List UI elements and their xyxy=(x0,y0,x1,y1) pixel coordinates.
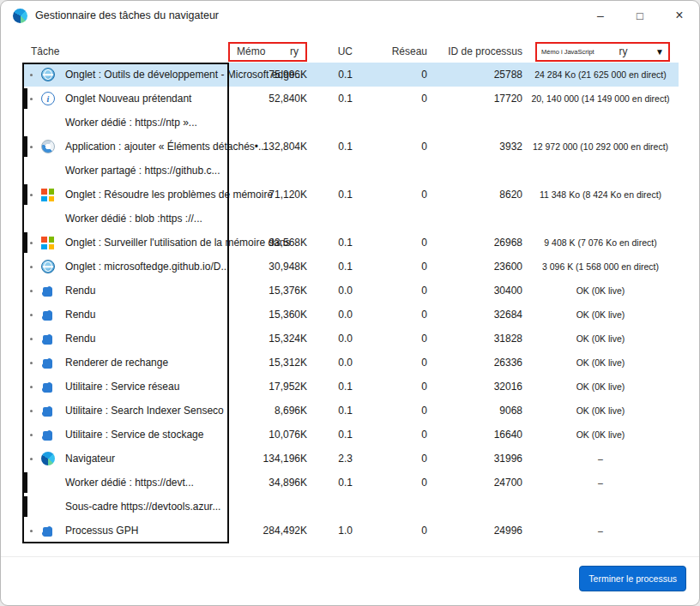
row-lead xyxy=(22,429,65,441)
js-memory-value: 20, 140 000 (14 149 000 en direct) xyxy=(522,93,679,104)
table-row[interactable]: Utilitaire : Search Indexer Senseco 8,69… xyxy=(22,399,679,423)
puzzle-icon xyxy=(43,359,52,369)
memory-value: 52,840K xyxy=(228,93,307,105)
annotation-left-bar-icon xyxy=(22,496,27,517)
js-memory-value: OK (0K live) xyxy=(522,285,679,296)
task-label: Onglet : Outils de développement - Micro… xyxy=(65,69,228,81)
column-header-network[interactable]: Réseau xyxy=(353,45,427,57)
pid-value: 9068 xyxy=(427,405,522,417)
pid-value: 8620 xyxy=(427,189,522,201)
memory-value: 15,324K xyxy=(228,333,307,345)
memory-value: 17,952K xyxy=(228,381,307,393)
table-row[interactable]: Processus GPH 284,492K 1.0 0 24996 – xyxy=(22,519,679,543)
edge-icon xyxy=(41,452,55,465)
pid-value: 25788 xyxy=(427,69,522,81)
task-label: Onglet : Résoudre les problèmes de mémoi… xyxy=(65,189,228,201)
annotation-red-box-js-memory: Mémo i JavaScript ry ▼ xyxy=(535,42,670,62)
table-row[interactable]: Renderer de rechange 15,312K 0.0 0 26336… xyxy=(22,351,679,375)
network-value: 0 xyxy=(353,69,427,81)
puzzle-icon xyxy=(43,335,52,345)
cpu-value: 0.1 xyxy=(307,93,353,105)
cpu-value: 0.1 xyxy=(307,381,353,393)
column-header-task[interactable]: Tâche xyxy=(22,45,228,57)
edge-logo-icon xyxy=(13,9,27,23)
sort-descending-icon: ▼ xyxy=(655,47,664,57)
js-memory-value: OK (0K live) xyxy=(522,333,679,344)
memory-value: 134,196K xyxy=(228,453,307,465)
maximize-button[interactable]: □ xyxy=(620,1,660,30)
network-value: 0 xyxy=(353,357,427,369)
column-header-memory[interactable]: Mémo ry xyxy=(228,42,307,62)
task-label: Rendu xyxy=(65,309,228,321)
column-header-js-memory[interactable]: Mémo i JavaScript ry ▼ xyxy=(522,42,679,62)
table-row[interactable]: Rendu 15,360K 0.0 0 32684 OK (0K live) xyxy=(22,303,679,327)
pid-value: 3932 xyxy=(427,141,522,153)
task-label: Utilitaire : Service réseau xyxy=(65,381,228,393)
memory-value: 15,376K xyxy=(228,285,307,297)
task-label: Worker partagé : https://github.c... xyxy=(65,165,228,177)
js-memory-value: 3 096 K (1 568 000 en direct) xyxy=(522,261,679,272)
task-label: Onglet Nouveau prétendant xyxy=(65,93,228,105)
table-row[interactable]: Utilitaire : Service de stockage 10,076K… xyxy=(22,423,679,447)
row-lead xyxy=(22,92,65,105)
puzzle-icon xyxy=(43,407,52,417)
table-row[interactable]: Utilitaire : Service réseau 17,952K 0.1 … xyxy=(22,375,679,399)
table-row[interactable]: Worker partagé : https://github.c... xyxy=(22,159,679,183)
pid-value: 24996 xyxy=(427,525,522,537)
network-value: 0 xyxy=(353,429,427,441)
annotation-left-bar-icon xyxy=(22,472,27,493)
row-lead xyxy=(22,260,65,273)
memory-value: 30,948K xyxy=(228,261,307,273)
info-icon xyxy=(41,92,55,105)
table-row[interactable]: Navigateur 134,196K 2.3 0 31996 – xyxy=(22,447,679,471)
globe-icon xyxy=(41,260,55,273)
row-lead xyxy=(22,500,65,513)
pid-value: 26336 xyxy=(427,357,522,369)
network-value: 0 xyxy=(353,141,427,153)
js-memory-value: 11 348 Ko (8 424 Ko en direct) xyxy=(522,189,679,200)
row-lead xyxy=(22,309,65,321)
row-lead xyxy=(22,452,65,465)
column-header-pid[interactable]: ID de processus xyxy=(427,45,522,57)
annotation-red-box-memory: Mémo ry xyxy=(228,42,307,62)
pid-value: 16640 xyxy=(427,429,522,441)
row-bullet-icon xyxy=(30,290,33,292)
table-row[interactable]: Onglet : microsoftedge.github.io/D... 30… xyxy=(22,255,679,279)
row-bullet-icon xyxy=(30,242,33,244)
table-row[interactable]: Onglet : Résoudre les problèmes de mémoi… xyxy=(22,183,679,207)
table-row[interactable]: Worker dédié : blob :https ://... xyxy=(22,207,679,231)
table-row[interactable]: Worker dédié : https://ntp »... xyxy=(22,111,679,135)
row-bullet-icon xyxy=(30,410,33,412)
annotation-left-bar-icon xyxy=(22,232,27,253)
row-bullet-icon xyxy=(30,338,33,340)
task-label: Worker dédié : https://ntp »... xyxy=(65,117,228,129)
pid-value: 32684 xyxy=(427,309,522,321)
end-process-button[interactable]: Terminer le processus xyxy=(579,566,686,591)
minimize-button[interactable]: – xyxy=(581,1,620,30)
table-row[interactable]: Sous-cadre https://devtools.azur... xyxy=(22,495,679,519)
globe-icon xyxy=(41,68,55,81)
pid-value: 24700 xyxy=(427,477,522,489)
table-row[interactable]: Onglet Nouveau prétendant 52,840K 0.1 0 … xyxy=(22,87,679,111)
table-row[interactable]: Onglet : Surveiller l'utilisation de la … xyxy=(22,231,679,255)
memory-header-label-b: ry xyxy=(290,45,299,57)
ms-icon xyxy=(41,189,54,201)
network-value: 0 xyxy=(353,237,427,249)
table-row[interactable]: Worker dédié : https://devt... 34,896K 0… xyxy=(22,471,679,495)
cpu-value: 0.0 xyxy=(307,357,353,369)
pid-value: 26968 xyxy=(427,237,522,249)
pid-value: 30400 xyxy=(427,285,522,297)
row-lead xyxy=(22,140,65,153)
js-memory-header-label: ry xyxy=(619,45,627,57)
row-lead xyxy=(22,188,65,201)
column-header-cpu[interactable]: UC xyxy=(307,45,353,57)
puzzle-icon xyxy=(43,383,52,393)
close-button[interactable]: × xyxy=(660,1,699,30)
table-row[interactable]: Rendu 15,324K 0.0 0 31828 OK (0K live) xyxy=(22,327,679,351)
table-row[interactable]: Rendu 15,376K 0.0 0 30400 OK (0K live) xyxy=(22,279,679,303)
memory-value: 132,804K xyxy=(228,141,307,153)
table-row[interactable]: Onglet : Outils de développement - Micro… xyxy=(22,63,679,87)
network-value: 0 xyxy=(353,381,427,393)
table-row[interactable]: Application : ajouter « Éléments détaché… xyxy=(22,135,679,159)
row-lead xyxy=(22,116,65,129)
